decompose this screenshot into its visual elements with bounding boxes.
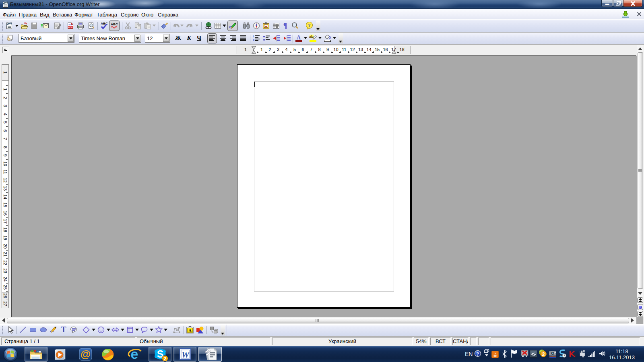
svg-text:?: ?	[308, 22, 311, 28]
svg-text:W: W	[182, 350, 190, 360]
svg-text:2: 2	[542, 352, 545, 357]
svg-text:PDF: PDF	[68, 26, 73, 29]
svg-text:A: A	[188, 328, 192, 333]
svg-text:A: A	[297, 35, 301, 41]
svg-text:ABC: ABC	[111, 23, 118, 26]
svg-text:¶: ¶	[283, 21, 287, 30]
svg-text:I: I	[253, 35, 254, 38]
svg-text:?: ?	[477, 351, 479, 357]
svg-text:@: @	[80, 348, 91, 360]
svg-text:II: II	[253, 39, 254, 41]
svg-text:2: 2	[164, 356, 167, 362]
